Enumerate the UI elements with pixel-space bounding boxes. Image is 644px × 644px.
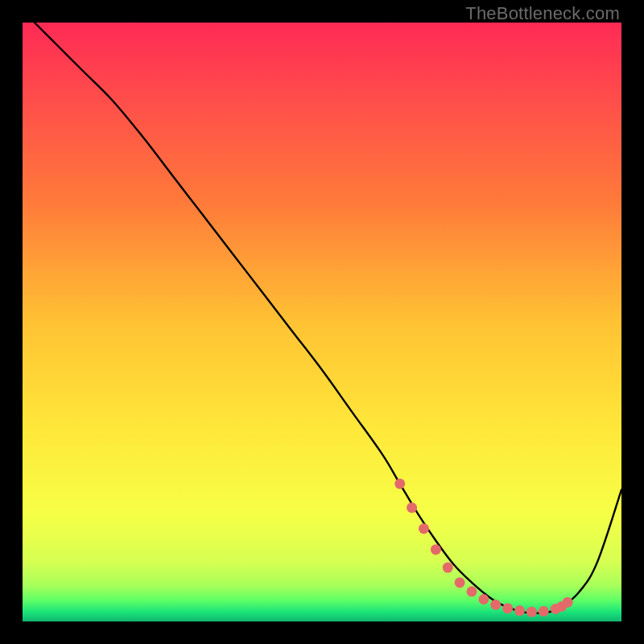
chart-background bbox=[23, 23, 621, 621]
highlight-dot bbox=[419, 523, 429, 534]
highlight-dot bbox=[467, 586, 477, 597]
highlight-dot bbox=[394, 478, 405, 489]
highlight-dot bbox=[502, 603, 513, 613]
bottleneck-chart bbox=[23, 23, 621, 621]
highlight-dot bbox=[514, 605, 525, 616]
highlight-dot bbox=[478, 594, 489, 605]
watermark-text: TheBottleneck.com bbox=[465, 3, 620, 24]
highlight-dot bbox=[539, 606, 549, 617]
highlight-dot bbox=[407, 502, 417, 513]
chart-frame bbox=[23, 23, 621, 621]
highlight-dot bbox=[563, 597, 573, 608]
highlight-dot bbox=[443, 563, 453, 573]
highlight-dot bbox=[431, 544, 441, 555]
highlight-dot bbox=[526, 607, 537, 617]
highlight-dot bbox=[490, 600, 501, 610]
highlight-dot bbox=[455, 577, 465, 588]
